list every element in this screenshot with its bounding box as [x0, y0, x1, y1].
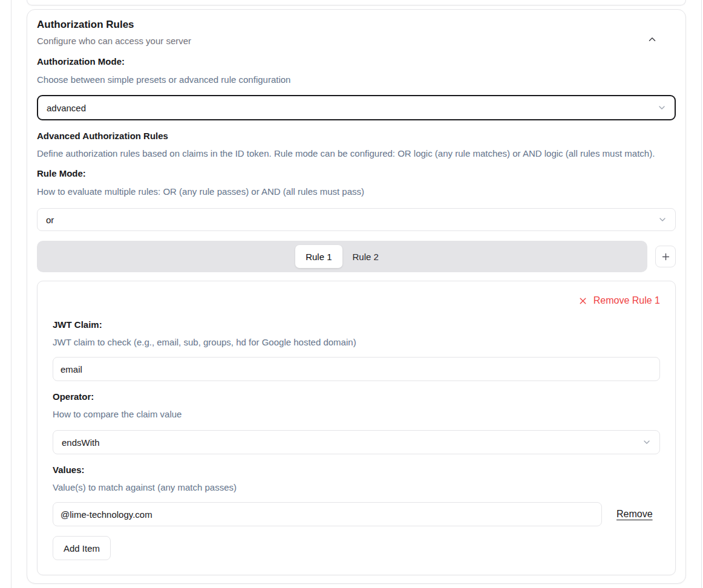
rule-mode-select[interactable]: or — [37, 208, 676, 231]
value-item-row: Remove — [53, 502, 660, 526]
advanced-rules-description: Define authorization rules based on clai… — [37, 148, 676, 159]
rule-mode-help: How to evaluate multiple rules: OR (any … — [37, 186, 676, 197]
card-subtitle: Configure who can access your server — [37, 35, 676, 47]
collapse-section-button[interactable] — [646, 33, 659, 46]
add-rule-button[interactable] — [655, 246, 676, 267]
panel-left-border — [11, 0, 11, 588]
operator-select[interactable]: endsWith — [53, 430, 660, 454]
jwt-claim-label: JWT Claim: — [53, 319, 660, 330]
chevron-up-icon — [647, 34, 658, 45]
add-item-button[interactable]: Add Item — [53, 536, 111, 560]
tab-rule-1[interactable]: Rule 1 — [295, 245, 342, 268]
jwt-claim-help: JWT claim to check (e.g., email, sub, gr… — [53, 336, 660, 348]
rule-tabs-row: Rule 1 Rule 2 — [37, 241, 676, 272]
values-help: Value(s) to match against (any match pas… — [53, 482, 660, 493]
authorization-mode-select[interactable]: advanced — [37, 95, 676, 120]
value-input[interactable] — [53, 502, 602, 526]
remove-value-link[interactable]: Remove — [616, 509, 653, 520]
advanced-rules-title: Advanced Authorization Rules — [37, 130, 676, 142]
operator-label: Operator: — [53, 391, 660, 402]
rule-1-panel: Remove Rule 1 JWT Claim: JWT claim to ch… — [37, 281, 676, 575]
chevron-down-icon — [657, 103, 667, 113]
values-label: Values: — [53, 464, 660, 475]
authorization-rules-card: Authorization Rules Configure who can ac… — [27, 9, 686, 584]
plus-icon — [661, 252, 671, 262]
rule-mode-value: or — [46, 215, 54, 225]
rule-mode-label: Rule Mode: — [37, 168, 676, 179]
card-title: Authorization Rules — [37, 18, 676, 31]
authorization-mode-value: advanced — [47, 103, 86, 113]
tab-rule-1-label: Rule 1 — [306, 252, 332, 262]
authorization-mode-help: Choose between simple presets or advance… — [37, 74, 676, 85]
operator-value: endsWith — [62, 437, 100, 448]
remove-rule-button[interactable]: Remove Rule 1 — [53, 295, 660, 307]
rule-tab-bar: Rule 1 Rule 2 — [37, 241, 647, 272]
authorization-mode-label: Authorization Mode: — [37, 56, 676, 67]
jwt-claim-input[interactable] — [53, 357, 660, 381]
tab-rule-2[interactable]: Rule 2 — [342, 245, 389, 268]
settings-column: Authorization Rules Configure who can ac… — [27, 0, 686, 588]
remove-rule-label: Remove Rule 1 — [593, 295, 660, 307]
previous-card-bottom-edge — [27, 0, 686, 5]
chevron-down-icon — [658, 215, 667, 224]
tab-rule-2-label: Rule 2 — [353, 252, 379, 262]
operator-help: How to compare the claim value — [53, 408, 660, 420]
panel-right-border — [701, 0, 702, 588]
x-icon — [578, 296, 588, 306]
chevron-down-icon — [642, 437, 652, 447]
